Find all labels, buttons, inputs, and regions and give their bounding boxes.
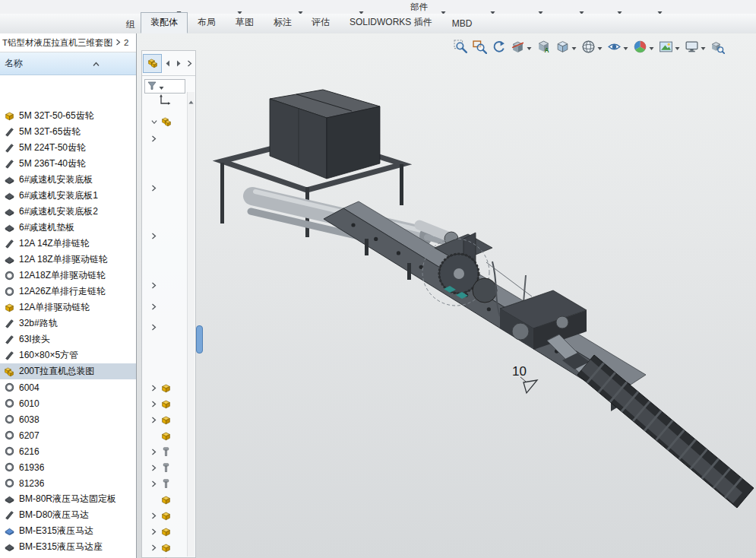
flyout-scrollbar[interactable] — [187, 92, 195, 556]
ribbon-tab-1[interactable]: 布局 — [188, 12, 226, 33]
ribbon-tab-6[interactable]: MBD — [442, 14, 482, 33]
tree-item[interactable]: 6#减速机垫板 — [0, 220, 136, 236]
flyout-tree-item[interactable] — [151, 320, 172, 334]
tree-item[interactable]: 12A26Z单排行走链轮 — [0, 284, 136, 300]
tree-item[interactable]: 81236 — [0, 475, 136, 491]
tree-item[interactable]: 6207 — [0, 427, 136, 443]
expand-right-icon[interactable] — [151, 282, 157, 289]
flyout-tree-item[interactable] — [151, 381, 172, 395]
expand-right-icon[interactable] — [151, 417, 157, 423]
tree-item[interactable]: BM-E315液压马达 — [0, 523, 136, 539]
display-style-button[interactable] — [580, 39, 603, 55]
expand-right-icon[interactable] — [151, 185, 157, 192]
model-3d-view[interactable]: 10 — [137, 33, 756, 558]
flyout-tree-item[interactable] — [151, 115, 172, 128]
graphics-viewport[interactable]: 10 A — [137, 33, 756, 558]
3d-drawing-view-button[interactable] — [710, 39, 726, 55]
tree-item[interactable]: 6004 — [0, 379, 136, 395]
expand-right-icon[interactable] — [151, 528, 157, 535]
tree-item[interactable]: 12A 14Z单排链轮 — [0, 236, 136, 252]
flyout-tree-item[interactable] — [151, 509, 172, 522]
ribbon-tab-4[interactable]: 评估 — [302, 12, 340, 33]
flyout-tree-item[interactable] — [151, 525, 172, 538]
expand-right-icon[interactable] — [151, 385, 157, 392]
tree-item[interactable]: BM-E315液压马达座 — [0, 539, 136, 555]
dropdown-caret-icon[interactable] — [527, 40, 532, 54]
tree-item[interactable]: 160×80×5方管 — [0, 347, 136, 363]
tree-item[interactable]: 6#减速机安装底板2 — [0, 204, 136, 220]
expand-right-icon[interactable] — [151, 401, 157, 407]
flyout-tree-item[interactable] — [151, 132, 172, 145]
ribbon-tab-0[interactable]: 装配体 — [141, 12, 188, 33]
tree-item[interactable]: 12A单排驱动链轮 — [0, 300, 136, 315]
tree-item[interactable]: 6038 — [0, 411, 136, 427]
edit-appearance-button[interactable] — [632, 39, 655, 55]
tree-item[interactable]: 6#减速机安装底板 — [0, 172, 136, 188]
dropdown-caret-icon[interactable] — [571, 40, 577, 54]
collapse-caret-icon[interactable] — [93, 59, 100, 69]
flyout-tree-item[interactable] — [151, 493, 172, 506]
tree-item[interactable]: BM-80R液压马达固定板 — [0, 491, 136, 507]
flyout-tree-item[interactable] — [151, 429, 172, 442]
model-hopper[interactable] — [270, 90, 380, 179]
expand-right-icon[interactable] — [151, 512, 157, 519]
menu-item-parts[interactable]: 部件 — [410, 2, 428, 13]
tree-item[interactable]: 5M 236T-40齿轮 — [0, 156, 136, 172]
expand-right-icon[interactable] — [151, 480, 157, 487]
flyout-tree-item[interactable] — [151, 413, 172, 426]
ribbon-tab-5[interactable]: SOLIDWORKS 插件 — [340, 12, 442, 33]
tree-item[interactable]: 6#减速机安装底板1 — [0, 188, 136, 204]
tree-item[interactable]: 12A18Z单排驱动链轮 — [0, 268, 136, 284]
ribbon-tab-3[interactable]: 标注 — [264, 12, 302, 33]
splitter-handle[interactable] — [196, 325, 203, 354]
expand-right-icon[interactable] — [151, 449, 157, 455]
model-rail-track[interactable] — [577, 355, 754, 508]
flyout-tree-item[interactable] — [151, 541, 172, 554]
tree-item[interactable]: 6216 — [0, 443, 136, 459]
expand-right-icon[interactable] — [151, 544, 157, 551]
dropdown-caret-icon[interactable] — [649, 40, 654, 54]
tree-item[interactable]: BMR80-P1-A1-Y — [0, 555, 136, 558]
tree-item[interactable]: 63I接头 — [0, 331, 136, 347]
flyout-tree-item[interactable] — [151, 445, 172, 458]
ribbon-tab-2[interactable]: 草图 — [226, 12, 264, 33]
featuremanager-tab[interactable] — [143, 54, 162, 73]
flyout-expand-icon[interactable] — [185, 55, 194, 71]
previous-view-button[interactable] — [491, 39, 507, 55]
dropdown-caret-icon[interactable] — [701, 40, 706, 54]
tree-item[interactable]: 200T拉直机总装图 — [0, 363, 136, 379]
dynamic-annotation-button[interactable]: A — [536, 39, 552, 55]
expand-right-icon[interactable] — [151, 303, 157, 310]
zoom-fit-button[interactable] — [453, 39, 469, 55]
view-orientation-button[interactable] — [555, 39, 577, 55]
tree-item[interactable]: 5M 32T-50-65齿轮 — [0, 108, 136, 124]
tree-item[interactable]: BM-D80液压马达 — [0, 507, 136, 523]
zoom-area-button[interactable] — [472, 39, 488, 55]
tree-item[interactable]: 12A 18Z单排驱动链轮 — [0, 252, 136, 268]
flyout-next-icon[interactable] — [174, 55, 183, 71]
dropdown-caret-icon[interactable] — [597, 40, 603, 54]
flyout-prev-icon[interactable] — [163, 55, 172, 71]
section-view-button[interactable] — [510, 39, 533, 55]
breadcrumb[interactable]: T铝型材液压拉直机三维套图 2 — [0, 33, 136, 52]
tree-item[interactable]: 6010 — [0, 395, 136, 411]
flyout-tree-item[interactable] — [151, 181, 172, 195]
flyout-tree-item[interactable] — [151, 461, 172, 474]
tree-item[interactable]: 32b#路轨 — [0, 315, 136, 331]
expand-right-icon[interactable] — [151, 233, 157, 239]
flyout-tree-item[interactable] — [151, 278, 172, 292]
tree-item[interactable]: 61936 — [0, 459, 136, 475]
dropdown-caret-icon[interactable] — [623, 40, 628, 54]
tree-column-header[interactable]: 名称 — [0, 52, 136, 75]
expand-right-icon[interactable] — [151, 464, 157, 471]
filter-box[interactable] — [144, 79, 185, 94]
hide-show-items-button[interactable] — [606, 39, 629, 55]
expand-right-icon[interactable] — [151, 324, 157, 331]
flyout-tree-item[interactable] — [151, 554, 172, 558]
expand-down-icon[interactable] — [151, 119, 157, 125]
apply-scene-button[interactable] — [658, 39, 681, 55]
tree-item[interactable]: 5M 32T-65齿轮 — [0, 124, 136, 140]
dropdown-caret-icon[interactable] — [675, 40, 680, 54]
scroll-up-icon[interactable] — [188, 94, 194, 107]
flyout-tree-item[interactable] — [151, 477, 172, 490]
